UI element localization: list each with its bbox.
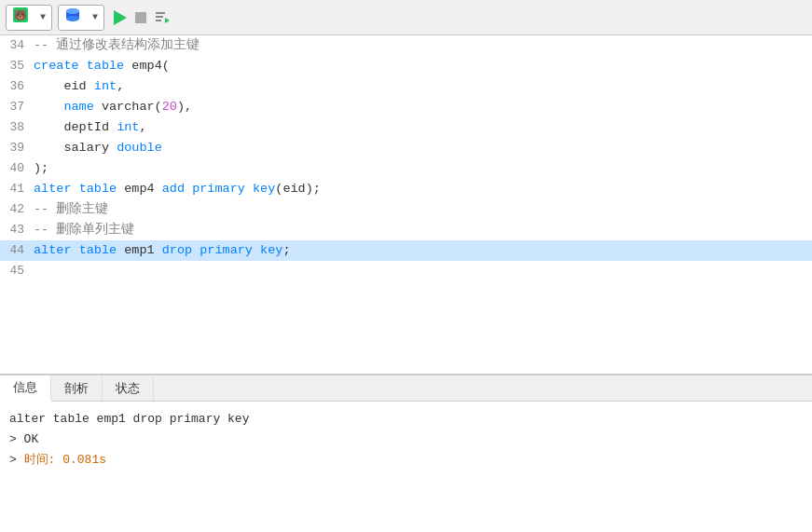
- db1-arrow-icon: ▼: [40, 12, 46, 22]
- line-content: alter table emp4 add primary key(eid);: [34, 179, 812, 199]
- line-content: [34, 261, 812, 262]
- code-line-44: 44alter table emp1 drop primary key;: [0, 240, 812, 261]
- line-number: 39: [0, 138, 34, 157]
- line-content: );: [34, 158, 812, 179]
- line-content: deptId int,: [34, 117, 812, 138]
- line-number: 44: [0, 240, 34, 260]
- run-button[interactable]: [114, 10, 130, 25]
- code-line-45: 45: [0, 261, 812, 281]
- db2-arrow-icon: ▼: [92, 12, 98, 22]
- line-number: 45: [0, 261, 34, 280]
- code-line-41: 41alter table emp4 add primary key(eid);: [0, 179, 812, 199]
- line-content: eid int,: [34, 76, 812, 97]
- editor[interactable]: 34-- 通过修改表结构添加主键35create table emp4(36 e…: [0, 35, 812, 374]
- line-number: 43: [0, 220, 34, 239]
- line-number: 34: [0, 35, 34, 55]
- svg-rect-7: [156, 16, 163, 18]
- toolbar: 🐻 ▼ ▼: [0, 0, 812, 35]
- code-line-34: 34-- 通过修改表结构添加主键: [0, 35, 812, 56]
- code-line-40: 40);: [0, 158, 812, 179]
- db-selector-xl[interactable]: ▼: [58, 5, 104, 31]
- tabs-bar: 信息剖析状态: [0, 375, 812, 402]
- bear-icon: 🐻: [12, 7, 29, 28]
- db-selector-bear[interactable]: 🐻 ▼: [6, 5, 52, 31]
- play-icon: [114, 10, 127, 25]
- line-content: create table emp4(: [34, 56, 812, 76]
- line-content: -- 通过修改表结构添加主键: [34, 35, 812, 56]
- line-number: 41: [0, 179, 34, 198]
- explain-button[interactable]: [155, 10, 172, 25]
- line-number: 36: [0, 76, 34, 96]
- line-number: 37: [0, 97, 34, 116]
- line-content: -- 删除单列主键: [34, 220, 812, 240]
- line-content: -- 删除主键: [34, 199, 812, 220]
- output-line: alter table emp1 drop primary key: [9, 409, 803, 430]
- svg-marker-9: [165, 18, 170, 23]
- tab-信息[interactable]: 信息: [0, 375, 51, 402]
- stop-icon: [135, 12, 146, 23]
- code-line-37: 37 name varchar(20),: [0, 97, 812, 117]
- explain-icon: [155, 10, 170, 25]
- tab-状态[interactable]: 状态: [103, 375, 154, 401]
- code-line-42: 42-- 删除主键: [0, 199, 812, 220]
- output-time: > 时间: 0.081s: [9, 450, 803, 471]
- code-line-36: 36 eid int,: [0, 76, 812, 97]
- output-line: > OK: [9, 430, 803, 450]
- line-content: alter table emp1 drop primary key;: [34, 240, 812, 261]
- code-area: 34-- 通过修改表结构添加主键35create table emp4(36 e…: [0, 35, 812, 374]
- line-number: 38: [0, 117, 34, 137]
- svg-rect-8: [156, 20, 161, 21]
- code-line-35: 35create table emp4(: [0, 56, 812, 76]
- svg-point-4: [66, 16, 79, 21]
- code-line-38: 38 deptId int,: [0, 117, 812, 138]
- stop-button[interactable]: [135, 12, 149, 23]
- toolbar-actions: [114, 10, 172, 25]
- bottom-panel: 信息剖析状态 alter table emp1 drop primary key…: [0, 374, 812, 532]
- line-content: name varchar(20),: [34, 97, 812, 117]
- svg-text:🐻: 🐻: [14, 8, 27, 21]
- tab-剖析[interactable]: 剖析: [51, 375, 103, 401]
- code-line-43: 43-- 删除单列主键: [0, 220, 812, 240]
- xl-db-icon: [64, 7, 81, 28]
- line-content: salary double: [34, 138, 812, 158]
- line-number: 35: [0, 56, 34, 75]
- output-area: alter table emp1 drop primary key> OK> 时…: [0, 402, 812, 532]
- line-number: 42: [0, 199, 34, 219]
- svg-point-5: [66, 8, 79, 14]
- code-line-39: 39 salary double: [0, 138, 812, 158]
- svg-rect-6: [156, 12, 165, 14]
- line-number: 40: [0, 158, 34, 178]
